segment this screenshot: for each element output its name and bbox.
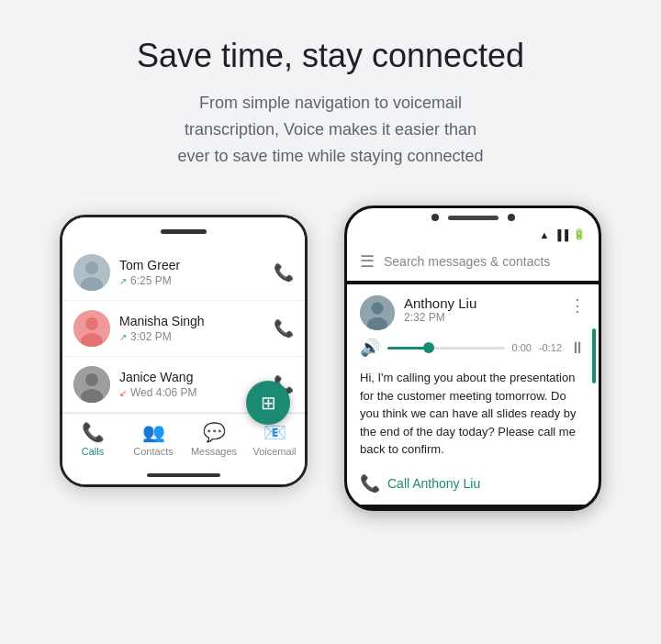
svg-point-1 <box>85 261 98 274</box>
avatar-tom <box>73 254 110 291</box>
contacts-nav-label: Contacts <box>133 446 173 457</box>
audio-progress-fill <box>387 347 429 350</box>
call-action-icon: 📞 <box>360 473 380 494</box>
audio-progress-dot <box>423 342 434 353</box>
phone-1-speaker <box>161 229 207 234</box>
avatar-manisha <box>73 310 110 347</box>
search-bar: ☰ Search messages & contacts <box>347 244 599 281</box>
nav-calls[interactable]: 📞 Calls <box>62 421 123 457</box>
phone-1-top-bar <box>62 217 305 245</box>
call-time-manisha: ↗ 3:02 PM <box>119 330 264 343</box>
search-placeholder[interactable]: Search messages & contacts <box>384 254 550 269</box>
calls-nav-label: Calls <box>82 446 104 457</box>
pause-button[interactable]: ⏸ <box>569 339 586 358</box>
call-action[interactable]: 📞 Call Anthony Liu <box>360 466 586 494</box>
audio-progress-bar[interactable] <box>387 347 505 350</box>
arrow-manisha: ↗ <box>119 332 127 342</box>
phone-2-camera-area <box>347 208 599 227</box>
signal-icon: ▐▐ <box>554 229 568 240</box>
call-info-tom: Tom Greer ↗ 6:25 PM <box>119 258 264 287</box>
audio-player: 🔊 0:00 -0:12 ⏸ <box>360 330 586 361</box>
audio-time-total: -0:12 <box>539 342 562 353</box>
dialpad-icon: ⊞ <box>261 392 276 414</box>
message-card-anthony: Anthony Liu 2:32 PM ⋮ 🔊 0:00 -0:12 ⏸ Hi,… <box>347 284 599 505</box>
call-name-manisha: Manisha Singh <box>119 314 264 328</box>
hamburger-icon[interactable]: ☰ <box>360 251 375 272</box>
status-bar: ▲ ▐▐ 🔋 <box>347 227 599 244</box>
page-subtitle: From simple navigation to voicemail tran… <box>174 90 487 169</box>
page-title: Save time, stay connected <box>137 37 524 75</box>
avatar-anthony <box>360 295 395 330</box>
camera-dot <box>431 214 439 221</box>
more-options-icon[interactable]: ⋮ <box>569 295 586 316</box>
svg-point-10 <box>372 303 384 315</box>
scrollbar <box>592 328 596 383</box>
avatar-janice <box>73 366 110 403</box>
audio-time-current: 0:00 <box>512 342 532 353</box>
call-info-manisha: Manisha Singh ↗ 3:02 PM <box>119 314 264 343</box>
call-item-manisha: Manisha Singh ↗ 3:02 PM 📞 <box>62 301 305 357</box>
msg-time: 2:32 PM <box>404 311 560 324</box>
msg-info: Anthony Liu 2:32 PM <box>404 295 560 324</box>
voicemail-transcription: Hi, I'm calling you about the presentati… <box>360 361 586 466</box>
call-time-janice: ↙ Wed 4:06 PM <box>119 386 264 399</box>
call-phone-icon-tom[interactable]: 📞 <box>274 262 294 283</box>
messages-nav-label: Messages <box>191 446 237 457</box>
phone-1-home-bar <box>147 473 220 477</box>
call-name-janice: Janice Wang <box>119 370 264 384</box>
phone-2-speaker <box>448 216 499 220</box>
phone-calls: Tom Greer ↗ 6:25 PM 📞 <box>60 215 308 487</box>
calls-nav-icon: 📞 <box>82 421 105 443</box>
phones-container: Tom Greer ↗ 6:25 PM 📞 <box>60 215 601 511</box>
arrow-tom: ↗ <box>119 276 127 286</box>
phone-messages: ▲ ▐▐ 🔋 ☰ Search messages & contacts An <box>344 205 601 511</box>
speaker-icon[interactable]: 🔊 <box>360 338 380 358</box>
svg-point-7 <box>85 373 98 386</box>
contacts-nav-icon: 👥 <box>142 421 165 443</box>
nav-contacts[interactable]: 👥 Contacts <box>123 421 184 457</box>
arrow-janice: ↙ <box>119 388 127 398</box>
messages-nav-icon: 💬 <box>203 421 226 443</box>
phone-1-bottom-bar <box>62 466 305 484</box>
call-action-label: Call Anthony Liu <box>387 476 480 491</box>
voicemail-nav-label: Voicemail <box>252 446 296 457</box>
nav-messages[interactable]: 💬 Messages <box>184 421 244 457</box>
battery-icon: 🔋 <box>573 228 586 240</box>
call-name-tom: Tom Greer <box>119 258 264 272</box>
call-info-janice: Janice Wang ↙ Wed 4:06 PM <box>119 370 264 399</box>
svg-point-4 <box>85 317 98 330</box>
call-time-tom: ↗ 6:25 PM <box>119 274 264 287</box>
call-phone-icon-manisha[interactable]: 📞 <box>274 318 294 339</box>
message-header: Anthony Liu 2:32 PM ⋮ <box>360 295 586 330</box>
wifi-icon: ▲ <box>540 229 550 240</box>
call-item-tom: Tom Greer ↗ 6:25 PM 📞 <box>62 245 305 301</box>
nav-voicemail[interactable]: 📧 Voicemail <box>244 421 305 457</box>
msg-sender-name: Anthony Liu <box>404 295 560 311</box>
camera-dot-2 <box>508 214 515 221</box>
